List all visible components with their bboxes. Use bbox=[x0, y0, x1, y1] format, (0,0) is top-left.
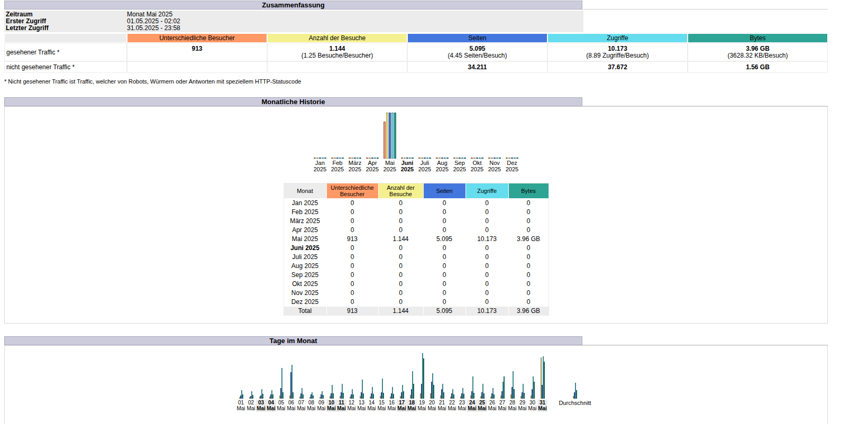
monthly-row-value: 0 bbox=[379, 280, 423, 288]
day-column: 10Mai bbox=[326, 351, 336, 412]
day-label: 12Mai bbox=[346, 400, 357, 412]
day-month: Mai bbox=[447, 405, 457, 411]
days-of-month-chart: 01Mai02Mai03Mai04Mai05Mai06Mai07Mai08Mai… bbox=[5, 351, 827, 412]
chart-bar bbox=[242, 394, 243, 399]
day-column: 07Mai bbox=[296, 351, 306, 412]
month-name: Nov bbox=[488, 160, 501, 166]
day-column: 01Mai bbox=[236, 351, 246, 412]
chart-bar bbox=[386, 113, 388, 159]
day-number: 17 bbox=[397, 400, 407, 405]
day-label: 27Mai bbox=[497, 400, 507, 412]
monthly-row-label: Sep 2025 bbox=[284, 271, 326, 279]
month-name: März bbox=[349, 160, 361, 166]
chart-bar bbox=[473, 393, 474, 399]
month-bars bbox=[418, 110, 431, 159]
title-divider bbox=[582, 345, 828, 345]
monthly-row-label: Dez 2025 bbox=[284, 298, 326, 306]
month-year: 2025 bbox=[366, 166, 379, 172]
monthly-row-value: 0 bbox=[424, 217, 465, 225]
month-year: 2025 bbox=[436, 166, 449, 172]
day-label: 30Mai bbox=[527, 400, 537, 412]
day-label: 19Mai bbox=[417, 400, 427, 412]
day-bars bbox=[410, 351, 414, 399]
title-divider bbox=[582, 106, 828, 106]
metric-value-detail: (1.25 Besuche/Besucher) bbox=[268, 52, 407, 59]
chart-bar bbox=[383, 393, 384, 399]
day-column: 22Mai bbox=[447, 351, 457, 412]
chart-bar bbox=[418, 158, 421, 159]
monthly-row-value: 0 bbox=[509, 271, 549, 279]
monthly-row-value: 0 bbox=[424, 298, 465, 306]
day-label: 01Mai bbox=[236, 400, 246, 412]
day-column: 17Mai bbox=[397, 351, 407, 412]
day-label: 21Mai bbox=[437, 400, 447, 412]
day-number: 11 bbox=[336, 400, 346, 405]
day-column: 11Mai bbox=[336, 351, 346, 412]
chart-bar bbox=[459, 158, 461, 159]
day-label: 02Mai bbox=[246, 400, 256, 412]
monthly-history-title: Monatliche Historie bbox=[4, 97, 582, 106]
day-column: 20Mai bbox=[427, 351, 437, 412]
chart-bar bbox=[473, 158, 476, 159]
day-number: 29 bbox=[517, 400, 527, 405]
day-bars bbox=[360, 351, 364, 399]
month-label: Jan2025 bbox=[314, 160, 326, 172]
chart-bar bbox=[534, 382, 535, 399]
chart-bar bbox=[476, 158, 478, 159]
chart-bar bbox=[506, 158, 508, 159]
chart-bar bbox=[424, 158, 426, 159]
monthly-row-value: 0 bbox=[424, 226, 465, 234]
seen-traffic-value-cell: 913 bbox=[127, 43, 267, 61]
monthly-total-label: Total bbox=[284, 307, 326, 315]
day-month: Mai bbox=[296, 405, 306, 411]
day-label: 13Mai bbox=[357, 400, 367, 412]
monthly-row-value: 0 bbox=[509, 262, 549, 270]
monthly-row-label: Aug 2025 bbox=[284, 262, 326, 270]
chart-bar bbox=[438, 158, 441, 159]
monthly-row-value: 0 bbox=[424, 253, 465, 261]
day-bars bbox=[380, 351, 384, 399]
day-number: 25 bbox=[477, 400, 487, 405]
monthly-history-box: Jan2025Feb2025März2025Apr2025Mai2025Juni… bbox=[4, 106, 828, 324]
day-number: 14 bbox=[367, 400, 377, 405]
day-label: 06Mai bbox=[286, 400, 296, 412]
month-label: Juli2025 bbox=[418, 160, 431, 172]
monthly-row-value: 0 bbox=[327, 253, 378, 261]
day-bars bbox=[299, 351, 304, 399]
monthly-row-value: 0 bbox=[327, 208, 378, 216]
day-number: 27 bbox=[497, 400, 507, 405]
month-label: Nov2025 bbox=[488, 160, 501, 172]
chart-bar bbox=[443, 392, 444, 399]
day-column: 31Mai bbox=[537, 351, 547, 412]
day-number: 24 bbox=[467, 400, 477, 405]
seen-traffic-value-cell: 10.173(8.89 Zugriffe/Besuch) bbox=[547, 43, 688, 61]
day-month: Mai bbox=[316, 405, 326, 411]
chart-bar bbox=[342, 158, 344, 159]
month-name: Juni bbox=[401, 160, 414, 166]
day-column: 06Mai bbox=[286, 351, 296, 412]
day-column: 14Mai bbox=[367, 351, 377, 412]
month-bars bbox=[506, 110, 518, 159]
month-name: Jan bbox=[314, 160, 326, 166]
day-bars bbox=[330, 351, 334, 399]
day-column: 21Mai bbox=[437, 351, 447, 412]
month-name: Dez bbox=[506, 160, 518, 166]
month-year: 2025 bbox=[331, 166, 344, 172]
day-month: Mai bbox=[537, 405, 547, 411]
chart-bar bbox=[403, 391, 404, 399]
monthly-row-label: Jan 2025 bbox=[284, 199, 326, 207]
day-bars bbox=[531, 351, 535, 399]
chart-bar bbox=[453, 158, 455, 159]
month-year: 2025 bbox=[349, 166, 361, 172]
day-number: 19 bbox=[417, 400, 427, 405]
title-divider bbox=[582, 9, 828, 10]
monthly-row-value: 10.173 bbox=[466, 235, 508, 243]
day-month: Mai bbox=[367, 405, 377, 411]
monthly-row-value: 0 bbox=[327, 199, 378, 207]
monthly-row-value: 0 bbox=[379, 199, 423, 207]
monthly-row-value: 0 bbox=[424, 289, 465, 297]
day-label: 24Mai bbox=[467, 400, 477, 412]
chart-bar bbox=[373, 394, 374, 399]
chart-bar bbox=[383, 122, 386, 159]
day-month: Mai bbox=[306, 405, 316, 411]
